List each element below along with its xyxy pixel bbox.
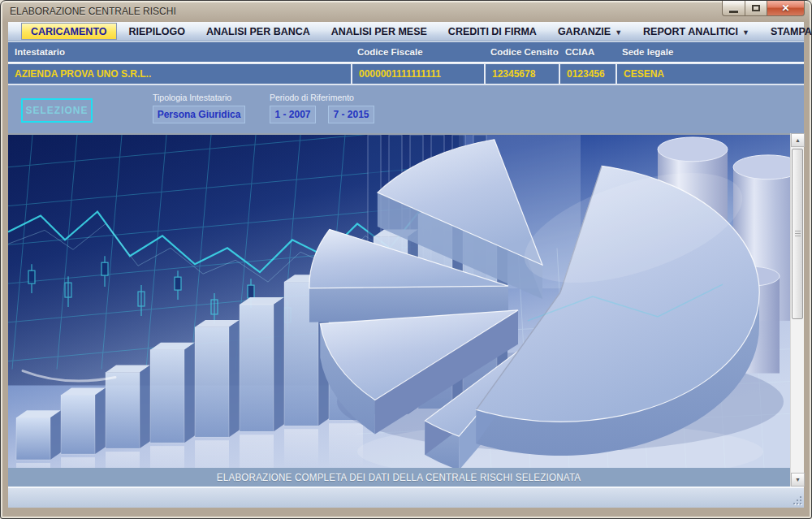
menu-label: RIEPILOGO (129, 26, 185, 37)
menu-item-crediti-di-firma[interactable]: CREDITI DI FIRMA (438, 22, 547, 41)
app-window: ELABORAZIONE CENTRALE RISCHI ✕ CARICAMEN… (0, 0, 812, 519)
menu-label: GARANZIE (558, 26, 611, 37)
footer-bar (8, 487, 804, 508)
tipologia-intestatario-label: Tipologia Intestatario (153, 93, 231, 102)
restore-button[interactable] (745, 1, 767, 16)
tipologia-intestatario-value[interactable]: Persona Giuridica (153, 106, 245, 123)
scrollbar-grip-lines (795, 231, 801, 237)
status-message: ELABORAZIONE COMPLETA DEI DATI DELLA CEN… (217, 472, 581, 483)
column-header-sede-legale[interactable]: Sede legale (615, 42, 804, 62)
minimize-button[interactable] (722, 1, 745, 16)
periodo-from-value[interactable]: 1 - 2007 (270, 106, 316, 123)
resize-grip[interactable] (800, 503, 801, 504)
scroll-down-icon: ▼ (795, 477, 801, 482)
chart-collage-image (8, 133, 790, 468)
periodo-riferimento-label: Periodo di Riferimento (270, 93, 354, 102)
restore-icon (752, 5, 760, 11)
selezione-button[interactable]: SELEZIONE (21, 98, 93, 123)
chevron-down-icon: ▼ (742, 28, 749, 37)
menu-label: STAMPA (771, 26, 812, 37)
menu-label: CARICAMENTO (31, 26, 107, 37)
cell-codice-fiscale: 0000001111111111 (351, 64, 484, 84)
grid-header-row: Intestatario Codice Fiscale Codice Censi… (8, 41, 804, 62)
close-button[interactable]: ✕ (767, 1, 805, 16)
menu-label: ANALISI PER BANCA (206, 26, 310, 37)
scrollbar-thumb[interactable] (792, 149, 803, 319)
periodo-to-value[interactable]: 7 - 2015 (328, 106, 374, 123)
window-title: ELABORAZIONE CENTRALE RISCHI (8, 6, 176, 17)
menu-label: REPORT ANALITICI (643, 26, 738, 37)
table-row[interactable]: AZIENDA PROVA UNO S.R.L.. 00000011111111… (8, 64, 804, 84)
menu-item-analisi-per-banca[interactable]: ANALISI PER BANCA (196, 22, 321, 41)
menu-item-report-analitici[interactable]: REPORT ANALITICI ▼ (633, 22, 760, 41)
window-controls: ✕ (722, 1, 805, 16)
scroll-down-button[interactable]: ▼ (791, 473, 805, 487)
chevron-down-icon: ▼ (615, 28, 622, 37)
status-bar: ELABORAZIONE COMPLETA DEI DATI DELLA CEN… (8, 468, 790, 487)
vertical-scrollbar[interactable]: ▲ ▼ (790, 133, 804, 487)
scroll-up-icon: ▲ (795, 137, 801, 143)
menu-item-garanzie[interactable]: GARANZIE ▼ (547, 22, 633, 41)
title-bar[interactable]: ELABORAZIONE CENTRALE RISCHI ✕ (8, 1, 804, 22)
cell-cciaa: 0123456 (559, 64, 615, 84)
column-header-cciaa[interactable]: CCIAA (559, 42, 615, 62)
column-header-codice-censito[interactable]: Codice Censito (484, 42, 559, 62)
menu-item-caricamento[interactable]: CARICAMENTO (21, 23, 117, 40)
menu-label: ANALISI PER MESE (331, 26, 427, 37)
menu-bar: CARICAMENTO RIEPILOGO ANALISI PER BANCA … (8, 22, 804, 41)
menu-item-riepilogo[interactable]: RIEPILOGO (119, 22, 196, 41)
control-panel: SELEZIONE Tipologia Intestatario Persona… (8, 84, 804, 133)
main-viewport: ELABORAZIONE COMPLETA DEI DATI DELLA CEN… (8, 133, 804, 487)
menu-label: CREDITI DI FIRMA (448, 26, 537, 37)
column-header-codice-fiscale[interactable]: Codice Fiscale (351, 42, 484, 62)
close-icon: ✕ (781, 2, 789, 14)
scroll-up-button[interactable]: ▲ (791, 133, 805, 147)
cell-codice-censito: 12345678 (484, 64, 559, 84)
cell-intestatario: AZIENDA PROVA UNO S.R.L.. (8, 64, 351, 84)
cell-sede-legale: CESENA (615, 64, 804, 84)
column-header-intestatario[interactable]: Intestatario (8, 42, 351, 62)
minimize-icon (729, 11, 738, 13)
menu-item-analisi-per-mese[interactable]: ANALISI PER MESE (321, 22, 438, 41)
menu-item-stampa[interactable]: STAMPA (760, 22, 812, 41)
